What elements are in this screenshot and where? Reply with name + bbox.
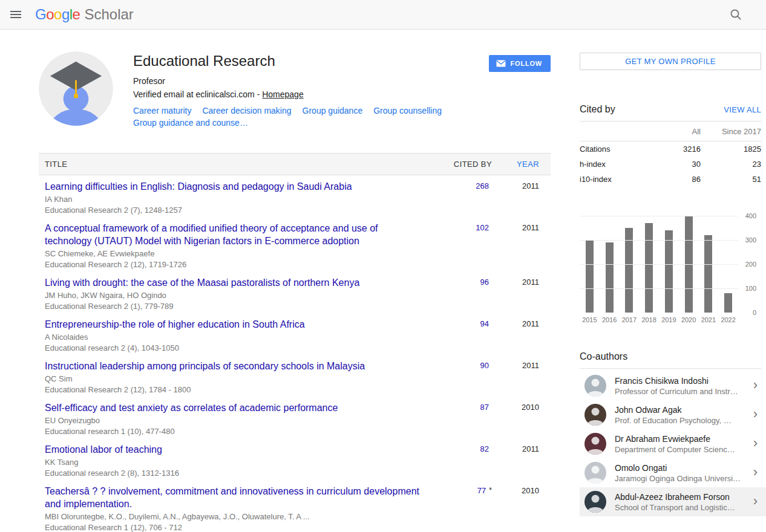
chart-bar-2017[interactable] <box>625 228 633 313</box>
person-icon <box>584 462 606 484</box>
publication-cited-by: 102 <box>441 222 492 270</box>
coauthor-avatar <box>584 462 606 484</box>
chart-bar-2016[interactable] <box>606 242 614 313</box>
chart-ytick-label: 200 <box>745 261 756 268</box>
publication-title-link[interactable]: Entrepreneurship-the role of higher educ… <box>45 318 305 331</box>
coauthor-item[interactable]: Omolo Ongati Jaramogi Oginga Odinga Univ… <box>580 458 761 487</box>
google-scholar-logo[interactable]: Google Scholar <box>35 6 134 23</box>
metric-value-all: 30 <box>658 160 701 169</box>
cited-by-count-link[interactable]: 268 <box>476 181 489 190</box>
hamburger-bar <box>10 14 21 15</box>
publication-title-link[interactable]: A conceptual framework of a modified uni… <box>45 222 427 247</box>
menu-button[interactable] <box>4 2 28 27</box>
interest-tag-career-decision-making[interactable]: Career decision making <box>202 105 291 117</box>
publication-title-link[interactable]: Instructional leadership among principal… <box>45 360 365 372</box>
publication-venue: Educational research 2 (8), 1312-1316 <box>45 468 427 479</box>
cited-by-count-link[interactable]: 87 <box>480 403 489 412</box>
homepage-link[interactable]: Homepage <box>262 89 304 99</box>
publication-row: Teachersâ ? ? involvement, commitment an… <box>39 480 551 532</box>
cited-by-count-link[interactable]: 90 <box>480 361 489 370</box>
citations-chart: 20152016201720182019202020212022 4003002… <box>580 216 761 323</box>
coauthor-affiliation: Jaramogi Oginga Odinga Universi… <box>615 473 750 484</box>
metrics-column-all: All <box>658 127 701 136</box>
chart-bar-2018[interactable] <box>645 223 653 313</box>
chart-bar-2019[interactable] <box>665 230 673 313</box>
coauthors-heading: Co-authors <box>580 351 761 369</box>
chevron-right-icon: › <box>753 465 758 479</box>
publication-cited-by: 268 <box>441 180 492 216</box>
chart-xlabel-2018: 2018 <box>639 316 659 323</box>
metric-value-since: 23 <box>701 160 761 169</box>
publication-year: 2011 <box>492 222 551 270</box>
interest-tag-group-guidance[interactable]: Group guidance <box>303 105 363 117</box>
year-sort-link[interactable]: YEAR <box>517 160 539 169</box>
coauthor-name: Dr Abraham Evwiekpaefe <box>615 433 750 444</box>
publication-title-link[interactable]: Self-efficacy and test anxiety as correl… <box>45 401 338 414</box>
publication-venue: Educational research 2 (4), 1043-1050 <box>45 343 427 354</box>
google-logo-letter: G <box>35 6 46 22</box>
get-my-own-profile-button[interactable]: GET MY OWN PROFILE <box>580 53 761 70</box>
interest-tag-career-maturity[interactable]: Career maturity <box>133 105 191 117</box>
coauthor-name: Abdul-Azeez Ibraheem Forson <box>615 491 750 502</box>
sidebar: GET MY OWN PROFILE Cited by VIEW ALL All… <box>580 51 761 516</box>
column-header-year: YEAR <box>492 160 551 169</box>
publication-year: 2011 <box>492 443 551 479</box>
coauthor-name: Omolo Ongati <box>615 462 750 473</box>
metric-label: i10-index <box>580 175 658 184</box>
chart-xlabel-2022: 2022 <box>718 316 738 323</box>
coauthor-item[interactable]: Francis Chisikwa Indoshi Professor of Cu… <box>580 371 761 400</box>
metric-value-since: 51 <box>701 175 761 184</box>
chart-bar-2021[interactable] <box>704 235 712 313</box>
column-header-title: TITLE <box>39 160 441 169</box>
main-column: Educational Research Profesor Verified e… <box>39 51 551 532</box>
coauthor-item[interactable]: Dr Abraham Evwiekpaefe Department of Com… <box>580 429 761 458</box>
person-icon <box>584 375 606 397</box>
publication-main: Entrepreneurship-the role of higher educ… <box>39 318 441 354</box>
metrics-column-since: Since 2017 <box>701 127 761 136</box>
search-button[interactable] <box>725 4 747 25</box>
metrics-header-row: All Since 2017 <box>580 122 761 141</box>
interest-tag-group-counselling[interactable]: Group counselling <box>373 105 442 117</box>
profile-header: Educational Research Profesor Verified e… <box>39 51 551 129</box>
metric-row-citations: Citations 3216 1825 <box>580 141 761 157</box>
cited-by-count-link[interactable]: 96 <box>480 277 489 287</box>
publication-row: Entrepreneurship-the role of higher educ… <box>39 313 551 355</box>
chart-ytick-label: 100 <box>745 285 756 292</box>
publication-venue: Educational Research 1 (12), 706 - 712 <box>45 522 427 532</box>
publication-title-link[interactable]: Living with drought: the case of the Maa… <box>45 276 359 289</box>
coauthors-section: Co-authors Francis Chisikwa Indoshi Prof… <box>580 351 761 516</box>
chart-gridline <box>580 240 738 241</box>
chart-xlabel-2017: 2017 <box>620 316 640 323</box>
cited-by-heading: Cited by <box>580 104 615 115</box>
publication-authors: SC Chiemeke, AE Evwiekpaefe <box>45 248 427 259</box>
publication-cited-by: 77* <box>441 485 492 532</box>
metric-row-h-index: h-index 30 23 <box>580 157 761 172</box>
coauthor-item[interactable]: John Odwar Agak Prof. of Education Psych… <box>580 400 761 429</box>
coauthor-item-highlighted[interactable]: Abdul-Azeez Ibraheem Forson School of Tr… <box>580 487 766 516</box>
google-logo-letter: g <box>62 6 70 22</box>
follow-button[interactable]: FOLLOW <box>489 55 551 72</box>
metric-label: h-index <box>580 160 658 169</box>
publication-title-link[interactable]: Emotional labor of teaching <box>45 443 162 456</box>
interest-tag-group-guidance-and-counselling[interactable]: Group guidance and counse… <box>133 117 248 129</box>
publication-title-link[interactable]: Teachersâ ? ? involvement, commitment an… <box>45 485 427 510</box>
chart-bar-2015[interactable] <box>586 240 594 313</box>
citations-chart-plot-area: 20152016201720182019202020212022 <box>580 216 738 323</box>
publications-table-header: TITLE CITED BY YEAR <box>39 153 551 175</box>
chart-bar-2022[interactable] <box>724 293 732 313</box>
publication-year: 2011 <box>492 318 551 354</box>
cited-by-count-link[interactable]: 102 <box>476 223 489 232</box>
publication-title-link[interactable]: Learning difficulties in English: Diagno… <box>45 180 352 193</box>
cited-by-section: Cited by VIEW ALL All Since 2017 Citatio… <box>580 104 761 323</box>
envelope-icon <box>496 60 506 67</box>
publication-year: 2011 <box>492 276 551 312</box>
publication-year: 2011 <box>492 360 551 395</box>
cited-by-count-link[interactable]: 94 <box>480 319 489 328</box>
publication-row: A conceptual framework of a modified uni… <box>39 217 551 271</box>
cited-by-count-link[interactable]: 82 <box>480 444 489 453</box>
view-all-link[interactable]: VIEW ALL <box>724 105 761 114</box>
publication-row: Emotional labor of teaching KK Tsang Edu… <box>39 438 551 480</box>
cited-by-count-link[interactable]: 77 <box>477 486 486 495</box>
chart-ytick-label: 300 <box>745 236 756 244</box>
google-logo-letter: o <box>46 6 54 22</box>
